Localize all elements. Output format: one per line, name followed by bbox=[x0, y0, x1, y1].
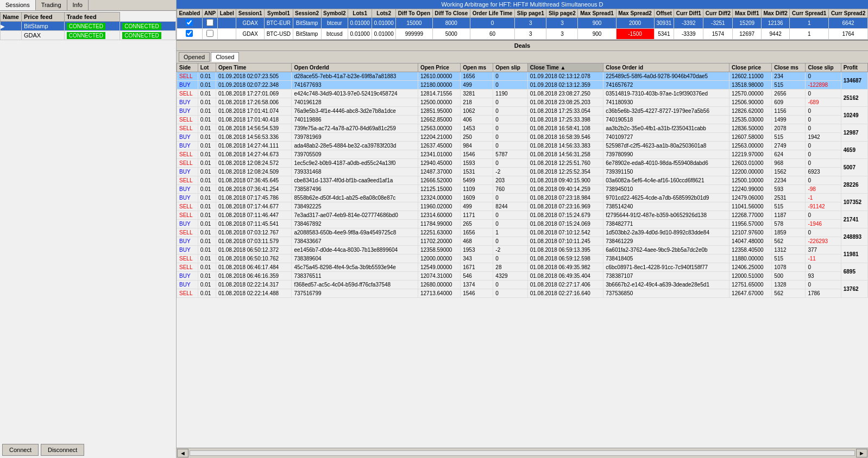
deal-side-2: BUY bbox=[177, 272, 198, 281]
deals-col-header[interactable]: Close ms bbox=[772, 63, 806, 72]
deals-row[interactable]: BUY0.0101.08.2018 06:50:12.372ee1456b7-d… bbox=[177, 246, 868, 255]
deal-close-price: 12479.06000 bbox=[729, 194, 772, 202]
deals-col-header[interactable]: Close slip bbox=[806, 63, 841, 72]
arb-enabled-cell[interactable] bbox=[177, 29, 203, 40]
anp-checkbox[interactable] bbox=[206, 19, 213, 26]
deal-close-slip: 0 bbox=[806, 72, 841, 81]
deal-profit: 10249 bbox=[841, 107, 867, 124]
deals-row[interactable]: BUY0.0101.08.2018 07:17:45.7868558b62e-d… bbox=[177, 194, 868, 202]
deal-close-orderid: 9701cd22-4625-4cde-a7db-6585992b01d9 bbox=[603, 194, 729, 202]
deals-row[interactable]: SELL0.0101.08.2018 07:11:46.4477e3ad317-… bbox=[177, 211, 868, 220]
deals-row-2[interactable]: BUY0.0101.08.2018 07:03:11.5797384336671… bbox=[177, 237, 868, 246]
deal-open-orderid: d28ace55-7ebb-41a7-b23e-69f8a7a81883 bbox=[292, 72, 418, 81]
connect-button[interactable]: Connect bbox=[2, 444, 39, 456]
arb-enabled-cell[interactable] bbox=[177, 18, 203, 29]
enabled-checkbox[interactable] bbox=[186, 19, 193, 26]
arb-anp-cell[interactable] bbox=[202, 29, 218, 40]
deals-row[interactable]: BUY0.0101.08.2018 14:27:44.111ada48ab2-2… bbox=[177, 142, 868, 150]
deal-close-price-2: 13518.98000 bbox=[729, 81, 772, 90]
deals-row[interactable]: BUY0.0101.08.2018 17:01:41.07476a9e5b3-4… bbox=[177, 107, 868, 116]
deal-close-time-2: 01.08.2018 09:40:14.259 bbox=[527, 185, 603, 194]
deal-open-slip: 1 bbox=[493, 228, 527, 237]
deal-close-time-2: 01.08.2018 07:10:11.245 bbox=[527, 237, 603, 246]
arb-anp-cell[interactable] bbox=[202, 18, 218, 29]
scroll-track[interactable] bbox=[190, 450, 855, 456]
arb-cell-curr_diff2: 1574 bbox=[703, 29, 733, 40]
deals-tab-closed[interactable]: Closed bbox=[211, 52, 239, 62]
deals-row-2[interactable]: SELL0.0101.08.2018 17:01:40.418740119886… bbox=[177, 116, 868, 124]
horizontal-scrollbar[interactable]: ◄ ► bbox=[177, 448, 868, 458]
scroll-right[interactable]: ► bbox=[856, 449, 867, 457]
arb-cell-max_diff1: 12697 bbox=[733, 29, 761, 40]
deal-close-slip-2: 0 bbox=[806, 116, 841, 124]
arb-cell-diff_to_open: 999999 bbox=[396, 29, 433, 40]
deal-close-ms: 1078 bbox=[772, 263, 806, 272]
arb-row[interactable]: GDAXBTC-EURBitStampbtceur0.010000.010001… bbox=[177, 18, 868, 29]
deals-col-header[interactable]: Close Order id bbox=[603, 63, 729, 72]
arb-row[interactable]: GDAXBTC-USDBitStampbtcusd0.010000.010009… bbox=[177, 29, 868, 40]
deals-col-header[interactable]: Open slip bbox=[493, 63, 527, 72]
deals-row-2[interactable]: SELL0.0101.08.2018 14:27:44.673739705509… bbox=[177, 150, 868, 159]
deals-row-2[interactable]: SELL0.0101.08.2018 06:50:10.762738389604… bbox=[177, 255, 868, 263]
deal-close-price-2: 12240.99000 bbox=[729, 185, 772, 194]
deals-col-header[interactable]: Open Price bbox=[418, 63, 460, 72]
arb-col-header: Max Spread2 bbox=[616, 9, 654, 18]
deal-open-ms-2: 265 bbox=[461, 220, 493, 228]
deals-col-header[interactable]: Open Time bbox=[216, 63, 292, 72]
deal-open-ms-2: 499 bbox=[461, 81, 493, 90]
deal-lot: 0.01 bbox=[198, 281, 216, 289]
deals-row[interactable]: SELL0.0101.08.2018 12:08:24.5721ec5c9e2-… bbox=[177, 159, 868, 168]
arb-col-header: Order Life Time bbox=[470, 9, 514, 18]
deal-open-price-2: 12000.00000 bbox=[418, 255, 460, 263]
deal-close-ms-2: 515 bbox=[772, 133, 806, 142]
deals-row-2[interactable]: BUY0.0101.08.2018 17:26:58.0067401961281… bbox=[177, 98, 868, 107]
connection-name: GDAX bbox=[21, 31, 64, 40]
tab-info[interactable]: Info bbox=[67, 0, 89, 10]
deals-col-header[interactable]: Side bbox=[177, 63, 198, 72]
deal-open-price-2: 12341.01000 bbox=[418, 150, 460, 159]
deals-row-2[interactable]: SELL0.0101.08.2018 02:22:14.488737516799… bbox=[177, 289, 868, 298]
deal-close-time: 01.09.2018 02:13:12.078 bbox=[527, 72, 603, 81]
deals-col-header[interactable]: Open OrderId bbox=[292, 63, 418, 72]
deals-row-2[interactable]: BUY0.0101.08.2018 14:56:53.3367397819691… bbox=[177, 133, 868, 142]
deal-close-time-2: 01.08.2018 12:25:52.354 bbox=[527, 168, 603, 176]
tab-trading[interactable]: Trading bbox=[36, 0, 67, 10]
deals-row-2[interactable]: BUY0.0101.09.2018 02:07:22.3487416776931… bbox=[177, 81, 868, 90]
deals-row-2[interactable]: SELL0.0101.08.2018 07:17:44.677738492225… bbox=[177, 202, 868, 211]
scroll-left[interactable]: ◄ bbox=[177, 449, 188, 457]
tab-bar: Sessions Trading Info bbox=[0, 0, 176, 11]
deals-row-2[interactable]: BUY0.0101.08.2018 12:08:24.5097393314681… bbox=[177, 168, 868, 176]
deals-tab-opened[interactable]: Opened bbox=[179, 52, 210, 62]
deals-col-header[interactable]: Close price bbox=[729, 63, 772, 72]
deals-col-header[interactable]: Profit bbox=[841, 63, 867, 72]
deal-close-price-2: 11956.57000 bbox=[729, 220, 772, 228]
deals-row[interactable]: SELL0.0101.08.2018 14:56:54.539739fe75a-… bbox=[177, 124, 868, 133]
deal-open-price-2: 11702.20000 bbox=[418, 237, 460, 246]
deals-row[interactable]: SELL0.0101.08.2018 17:27:01.069e424c748-… bbox=[177, 90, 868, 98]
enabled-checkbox[interactable] bbox=[186, 30, 193, 37]
deals-col-header[interactable]: Lot bbox=[198, 63, 216, 72]
deal-open-price-2: 12204.21000 bbox=[418, 133, 460, 142]
deal-lot: 0.01 bbox=[198, 90, 216, 98]
deals-row[interactable]: SELL0.0101.08.2018 07:36:45.645cbe8341d-… bbox=[177, 176, 868, 185]
deal-open-price: 12666.52000 bbox=[418, 176, 460, 185]
deals-col-header[interactable]: Close Time ▲ bbox=[527, 63, 603, 72]
deals-row-2[interactable]: BUY0.0101.08.2018 07:36:41.2547385874961… bbox=[177, 185, 868, 194]
deal-open-ms-2: 218 bbox=[461, 98, 493, 107]
deals-row[interactable]: SELL0.0101.08.2018 06:46:17.48445c75a45-… bbox=[177, 263, 868, 272]
deal-profit: 248893 bbox=[841, 228, 867, 246]
anp-checkbox[interactable] bbox=[206, 30, 213, 37]
deal-open-time-2: 01.08.2018 14:56:53.336 bbox=[216, 133, 292, 142]
deals-row-2[interactable]: BUY0.0101.08.2018 07:11:45.5417384678921… bbox=[177, 220, 868, 228]
deals-row[interactable]: SELL0.0101.09.2018 02:07:23.505d28ace55-… bbox=[177, 72, 868, 81]
deals-table-wrapper[interactable]: SideLotOpen TimeOpen OrderIdOpen PriceOp… bbox=[177, 63, 868, 448]
deals-col-header[interactable]: Open ms bbox=[461, 63, 493, 72]
deals-row[interactable]: BUY0.0101.08.2018 02:22:14.317f368ed57-a… bbox=[177, 281, 868, 289]
deal-open-price: 12610.00000 bbox=[418, 72, 460, 81]
deal-profit: 5007 bbox=[841, 159, 867, 176]
disconnect-button[interactable]: Disconnect bbox=[41, 444, 84, 456]
deals-row[interactable]: SELL0.0101.08.2018 07:03:12.767a2088583-… bbox=[177, 228, 868, 237]
deal-close-price-2: 12535.03000 bbox=[729, 116, 772, 124]
tab-sessions[interactable]: Sessions bbox=[0, 0, 36, 10]
deals-row-2[interactable]: BUY0.0101.08.2018 06:46:16.3597383765111… bbox=[177, 272, 868, 281]
